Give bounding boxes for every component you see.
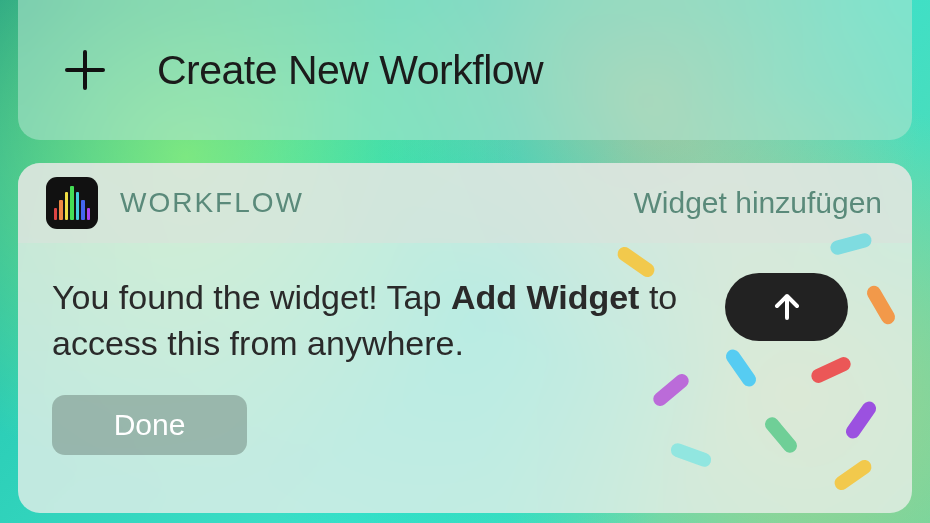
scroll-up-button[interactable]: [725, 273, 848, 341]
add-widget-link[interactable]: Widget hinzufügen: [634, 186, 883, 220]
done-button[interactable]: Done: [52, 395, 247, 455]
widget-message-bold: Add Widget: [451, 278, 640, 316]
arrow-up-icon: [770, 290, 804, 324]
confetti-icon: [650, 371, 691, 409]
confetti-icon: [762, 414, 800, 455]
confetti-icon: [864, 283, 897, 326]
widget-message: You found the widget! Tap Add Widget to …: [52, 275, 792, 367]
done-button-label: Done: [114, 408, 186, 442]
widget-app-name: WORKFLOW: [120, 187, 304, 219]
confetti-icon: [669, 441, 713, 469]
create-workflow-label: Create New Workflow: [157, 47, 543, 94]
widget-body: You found the widget! Tap Add Widget to …: [18, 243, 912, 513]
widget-header: WORKFLOW Widget hinzufügen: [18, 163, 912, 243]
create-workflow-card[interactable]: Create New Workflow: [18, 0, 912, 140]
widget-message-pre: You found the widget! Tap: [52, 278, 451, 316]
workflow-widget-card: WORKFLOW Widget hinzufügen You found the…: [18, 163, 912, 513]
confetti-icon: [832, 457, 874, 493]
plus-icon: [63, 48, 107, 92]
confetti-icon: [843, 399, 879, 441]
confetti-icon: [809, 355, 853, 385]
workflow-app-icon: [46, 177, 98, 229]
